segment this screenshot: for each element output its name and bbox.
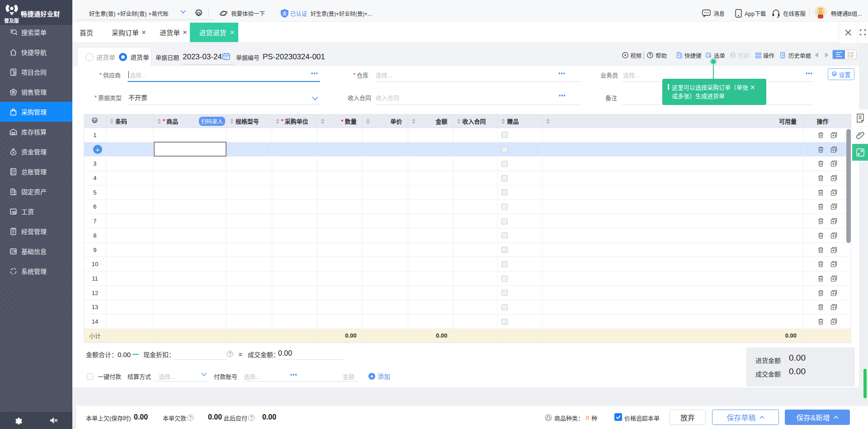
svg-text:草: 草 bbox=[858, 114, 862, 119]
svg-text:企: 企 bbox=[282, 11, 287, 16]
